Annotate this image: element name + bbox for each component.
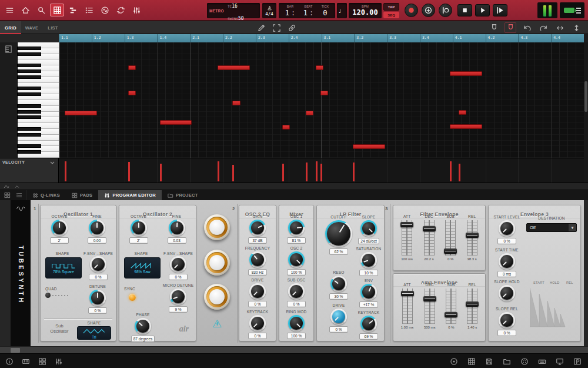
slope-hold-control[interactable]: SLOPE HOLD [491, 280, 523, 301]
midi-note[interactable] [128, 91, 136, 95]
sus-slider[interactable]: SUS0 % [446, 283, 456, 339]
home-icon[interactable] [18, 4, 32, 16]
knob[interactable] [360, 284, 377, 300]
tab-list[interactable]: LIST [42, 21, 64, 34]
drive-control[interactable]: DRIVE0 % [320, 303, 357, 333]
tab-grid[interactable]: GRID [0, 21, 21, 34]
tab-wave[interactable]: WAVE [21, 21, 42, 34]
velocity-bar[interactable] [353, 163, 355, 181]
stop-icon[interactable] [457, 4, 472, 16]
position-display[interactable]: BAR 1: BEAT 1: TICK 0 [279, 3, 335, 18]
slider-handle[interactable] [401, 291, 414, 296]
knob[interactable] [499, 220, 515, 237]
piano-black-key[interactable] [18, 87, 41, 90]
macro-knob-1[interactable] [204, 214, 230, 240]
zoom-vertical-icon[interactable] [570, 22, 582, 33]
browser-icon[interactable] [34, 4, 48, 16]
knob[interactable] [288, 283, 305, 300]
velocity-bar[interactable] [316, 161, 318, 181]
magnet-active-icon[interactable] [505, 22, 516, 33]
automation-icon[interactable] [2, 183, 11, 190]
env-control[interactable]: ENV+17 % [355, 279, 383, 308]
tc-swing-display[interactable]: TC16 SWING50 [228, 0, 244, 22]
velocity-bar[interactable] [282, 164, 284, 181]
keyboard-icon[interactable] [536, 356, 548, 367]
undo-icon[interactable] [521, 22, 533, 33]
tab-program-editor[interactable]: PROGRAM EDITOR [98, 190, 162, 200]
slider-track[interactable] [425, 289, 435, 324]
midi-note[interactable] [353, 144, 385, 149]
slope-rel-control[interactable]: SLOPE REL0 % [491, 307, 523, 336]
piano-black-key[interactable] [18, 69, 41, 73]
ruler-tick[interactable]: 2.3 [256, 34, 289, 42]
ruler-ticks[interactable]: 1.11.21.31.42.12.22.32.43.13.23.33.44.14… [59, 34, 584, 42]
ruler-tick[interactable]: 1.3 [125, 34, 158, 42]
fine-control[interactable]: FINE0.03 [161, 214, 193, 244]
midi-note[interactable] [65, 111, 97, 115]
sampler-icon[interactable] [98, 4, 112, 16]
plugin-scrollbar[interactable] [0, 346, 588, 353]
att-slider[interactable]: ATT1.00 ms [401, 283, 413, 339]
velocity-bar[interactable] [232, 165, 234, 181]
collapse-icon[interactable] [13, 183, 21, 190]
slider-handle[interactable] [444, 248, 457, 254]
velocity-bar[interactable] [306, 163, 308, 181]
tab-project[interactable]: PROJECT [162, 190, 204, 200]
att-slider[interactable]: ATT100 ms [401, 214, 413, 268]
ruler-tick[interactable]: 3.3 [387, 34, 420, 42]
midi-note[interactable] [450, 71, 482, 76]
piano-black-key[interactable] [18, 115, 41, 119]
monitor-icon[interactable] [554, 356, 566, 367]
slider-handle[interactable] [466, 301, 479, 307]
knob[interactable] [360, 220, 377, 237]
osc2-shape-display[interactable]: 98% Saw [124, 257, 161, 279]
pad-grid-icon[interactable] [2, 191, 12, 200]
channel-mixer-icon[interactable] [53, 356, 65, 367]
select-region-icon[interactable] [270, 22, 282, 33]
ruler-tick[interactable]: 3.1 [322, 34, 355, 42]
destination-select[interactable]: Off ▾ [526, 223, 577, 232]
f-env-shape-control[interactable]: 0 % [164, 256, 192, 280]
knob[interactable] [330, 309, 347, 325]
piano-black-key[interactable] [18, 110, 41, 114]
knob[interactable] [135, 318, 151, 334]
knob[interactable] [330, 276, 347, 292]
record-icon[interactable] [405, 4, 418, 17]
knob[interactable] [249, 251, 266, 268]
knob[interactable] [249, 283, 266, 300]
link-icon[interactable] [286, 22, 298, 33]
rel-slider[interactable]: REL38.3 s [467, 214, 477, 268]
macro-knob-3[interactable] [204, 284, 230, 310]
ruler-tick[interactable]: 1.2 [92, 34, 125, 42]
osc-2-control[interactable]: OSC 2100 % [279, 246, 313, 276]
osc1-shape-display[interactable]: 78% Square [45, 257, 82, 279]
slider-handle[interactable] [400, 222, 413, 227]
pencil-icon[interactable] [255, 22, 267, 33]
sync-led[interactable] [129, 294, 136, 301]
bpm-display[interactable]: BPM 120.00 [349, 3, 382, 18]
midi-note[interactable] [459, 110, 466, 115]
piano-black-key[interactable] [18, 150, 41, 154]
slider-track[interactable] [424, 220, 435, 256]
detune-control[interactable]: DETUNE0 % [83, 284, 112, 314]
overdub-icon[interactable] [422, 4, 435, 17]
phase-control[interactable]: PHASE87 degrees [124, 313, 162, 342]
cutoff-control[interactable]: CUTOFF62 % [320, 215, 357, 255]
note-value-display[interactable]: ♩ [337, 3, 347, 18]
slider-handle[interactable] [423, 226, 436, 231]
knob[interactable] [51, 220, 68, 236]
piano-black-key[interactable] [18, 75, 41, 79]
midi-note[interactable] [160, 120, 192, 125]
piano-black-key[interactable] [18, 127, 41, 131]
ring-mod-control[interactable]: RING MOD100 % [279, 310, 313, 339]
velocity-bar[interactable] [65, 161, 66, 181]
ruler-tick[interactable]: 2.1 [190, 34, 223, 42]
knob[interactable] [90, 256, 106, 273]
ruler-tick[interactable]: 1.4 [157, 34, 190, 42]
knob[interactable] [325, 220, 352, 247]
tab-q-links[interactable]: Q-LINKS [26, 190, 66, 200]
f-env-shape-control[interactable]: 0 % [84, 256, 112, 280]
gain-control[interactable]: GAIN37 dB [239, 214, 276, 244]
knob[interactable] [499, 312, 515, 329]
ruler-tick[interactable]: 2.4 [289, 34, 322, 42]
